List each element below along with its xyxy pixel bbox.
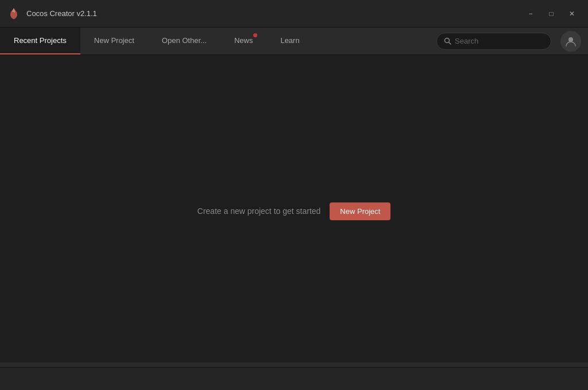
tab-news[interactable]: News <box>220 28 267 54</box>
title-bar: Cocos Creator v2.1.1 − □ ✕ <box>0 0 588 28</box>
tab-new-project[interactable]: New Project <box>80 28 148 54</box>
maximize-button[interactable]: □ <box>542 6 560 22</box>
search-input[interactable] <box>455 37 544 45</box>
tab-recent-projects[interactable]: Recent Projects <box>0 28 80 54</box>
scroll-area <box>0 362 588 367</box>
nav-bar: Recent Projects New Project Open Other..… <box>0 28 588 55</box>
bottom-bar <box>0 367 588 390</box>
app-logo <box>7 7 21 21</box>
svg-point-2 <box>568 37 573 42</box>
minimize-button[interactable]: − <box>521 6 540 22</box>
user-avatar[interactable] <box>560 31 581 52</box>
new-project-button[interactable]: New Project <box>330 202 390 220</box>
search-icon <box>444 37 451 45</box>
main-content: Create a new project to get started New … <box>0 55 588 367</box>
news-notification-dot <box>253 33 257 37</box>
user-icon <box>565 36 577 47</box>
tab-learn[interactable]: Learn <box>266 28 313 54</box>
window-controls: − □ ✕ <box>521 6 581 22</box>
app-title: Cocos Creator v2.1.1 <box>26 9 521 18</box>
tab-open-other[interactable]: Open Other... <box>148 28 220 54</box>
search-area <box>430 28 588 54</box>
close-button[interactable]: ✕ <box>563 6 581 22</box>
search-box <box>436 33 551 50</box>
empty-state-text: Create a new project to get started <box>198 206 321 216</box>
empty-state: Create a new project to get started New … <box>198 202 391 220</box>
svg-line-1 <box>449 42 451 45</box>
